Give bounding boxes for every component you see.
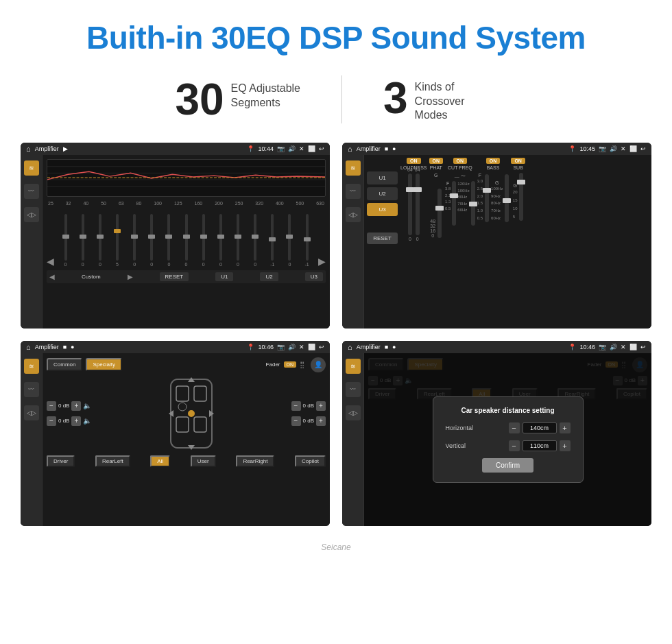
- dialog-horizontal-row: Horizontal − 140cm +: [446, 422, 571, 433]
- dialog-camera[interactable]: 📷: [599, 344, 606, 350]
- db-fl-plus[interactable]: +: [71, 401, 81, 411]
- page-title: Buith-in 30EQ DSP Sound System: [14, 19, 658, 56]
- crossover-volume-icon[interactable]: 🔊: [610, 145, 617, 152]
- fader-on[interactable]: ON: [284, 361, 297, 368]
- eq-prev-btn[interactable]: ◀: [49, 273, 55, 281]
- confirm-button[interactable]: Confirm: [482, 458, 533, 473]
- db-rl-minus[interactable]: −: [47, 416, 56, 426]
- eq-slider-2: 0: [74, 214, 91, 267]
- specialty-sidebar-vol[interactable]: ◁▷: [24, 405, 39, 420]
- eq-sidebar-vol[interactable]: ◁▷: [24, 207, 39, 222]
- eq-volume-icon[interactable]: 🔊: [288, 145, 296, 152]
- eq-right-arrow[interactable]: ▶: [318, 256, 326, 267]
- dialog-home-icon[interactable]: ⌂: [348, 343, 352, 351]
- crossover-rec-icon: ■: [385, 145, 388, 152]
- db-fl-minus[interactable]: −: [47, 401, 56, 411]
- tab-common[interactable]: Common: [47, 358, 82, 371]
- eq-reset-btn[interactable]: RESET: [160, 272, 189, 281]
- crossover-back-icon[interactable]: ↩: [640, 145, 646, 152]
- db-rl-value: 0 dB: [58, 418, 69, 424]
- crossover-sidebar-eq[interactable]: ≋: [346, 160, 361, 176]
- profile-icon[interactable]: 👤: [311, 357, 326, 372]
- preset-u3[interactable]: U3: [367, 203, 398, 216]
- specialty-camera[interactable]: 📷: [277, 344, 285, 350]
- eq-camera-icon[interactable]: 📷: [277, 145, 285, 152]
- eq-u2-btn[interactable]: U2: [260, 272, 278, 281]
- eq-x-icon[interactable]: ✕: [299, 145, 304, 152]
- sub-on[interactable]: ON: [511, 158, 525, 164]
- db-control-rr: − 0 dB +: [291, 416, 326, 426]
- home-icon[interactable]: ⌂: [26, 145, 31, 153]
- phat-on[interactable]: ON: [429, 158, 444, 164]
- specialty-window[interactable]: ⬜: [308, 344, 315, 350]
- crossover-sidebar-vol[interactable]: ◁▷: [346, 207, 361, 222]
- dialog-main: Common Specialty Fader ON ⣿ 👤 − 0 dB +: [364, 353, 651, 527]
- crossover-reset[interactable]: RESET: [367, 232, 398, 244]
- crossover-window-icon[interactable]: ⬜: [629, 145, 637, 152]
- vertical-minus[interactable]: −: [509, 440, 520, 451]
- specialty-sidebar-wave[interactable]: 〰: [24, 382, 39, 397]
- eq-slider-12: 0: [247, 214, 264, 267]
- eq-play-icon[interactable]: ▶: [63, 145, 68, 152]
- dialog-screen: ⌂ Amplifier ■ ● 📍 10:46 📷 🔊 ✕ ⬜ ↩ ≋ 〰 ◁▷: [342, 341, 651, 527]
- dialog-sidebar: ≋ 〰 ◁▷: [342, 353, 364, 527]
- cutfreq-on[interactable]: ON: [453, 158, 468, 164]
- tab-specialty[interactable]: Specialty: [86, 358, 121, 371]
- crossover-sidebar-wave[interactable]: 〰: [346, 184, 361, 199]
- db-rr-plus[interactable]: +: [316, 416, 326, 426]
- dialog-status-left: ⌂ Amplifier ■ ●: [348, 343, 396, 351]
- eq-sidebar-wave[interactable]: 〰: [24, 184, 39, 199]
- dialog-sidebar-vol[interactable]: ◁▷: [346, 405, 361, 420]
- fader-slider-icon[interactable]: ⣿: [300, 361, 304, 368]
- dialog-sidebar-eq[interactable]: ≋: [346, 359, 361, 374]
- dialog-sidebar-wave[interactable]: 〰: [346, 382, 361, 397]
- specialty-x[interactable]: ✕: [299, 344, 304, 350]
- eq-u1-btn[interactable]: U1: [215, 272, 233, 281]
- zone-user[interactable]: User: [191, 455, 216, 467]
- zone-copilot[interactable]: Copilot: [295, 455, 326, 467]
- specialty-dot: ●: [71, 344, 74, 350]
- dialog-vol[interactable]: 🔊: [610, 344, 617, 350]
- car-diagram: [164, 376, 219, 451]
- db-rl-plus[interactable]: +: [71, 416, 81, 426]
- db-rr-minus[interactable]: −: [291, 416, 301, 426]
- eq-slider-10: 0: [212, 214, 229, 267]
- loudness-on[interactable]: ON: [407, 158, 421, 164]
- db-control-fl: − 0 dB + 🔈: [47, 401, 91, 411]
- eq-slider-13: -1: [264, 214, 281, 267]
- bass-on[interactable]: ON: [486, 158, 501, 164]
- db-fr-minus[interactable]: −: [291, 401, 301, 411]
- specialty-sidebar-eq[interactable]: ≋: [24, 359, 39, 374]
- vertical-plus[interactable]: +: [560, 440, 571, 451]
- eq-window-icon[interactable]: ⬜: [308, 145, 315, 152]
- eq-back-icon[interactable]: ↩: [319, 145, 324, 152]
- specialty-home-icon[interactable]: ⌂: [26, 343, 31, 351]
- crossover-home-icon[interactable]: ⌂: [348, 145, 352, 153]
- eq-sidebar-eq[interactable]: ≋: [24, 160, 39, 176]
- eq-slider-11: 0: [229, 214, 246, 267]
- crossover-x-icon[interactable]: ✕: [621, 145, 626, 152]
- crossover-camera-icon[interactable]: 📷: [599, 145, 606, 152]
- zone-driver[interactable]: Driver: [47, 455, 75, 467]
- zone-all[interactable]: All: [150, 455, 170, 467]
- dialog-window[interactable]: ⬜: [629, 344, 637, 350]
- stats-row: 30 EQ AdjustableSegments 3 Kinds ofCross…: [0, 69, 672, 143]
- preset-u2[interactable]: U2: [367, 187, 398, 200]
- specialty-vol[interactable]: 🔊: [288, 344, 296, 350]
- eq-u3-btn[interactable]: U3: [305, 272, 323, 281]
- loudness-sliders: 64 0 64 0: [407, 173, 420, 241]
- crossover-dot: ●: [392, 145, 396, 152]
- eq-slider-5: 0: [126, 214, 143, 267]
- db-fr-plus[interactable]: +: [316, 401, 326, 411]
- horizontal-plus[interactable]: +: [560, 422, 571, 433]
- zone-rearleft[interactable]: RearLeft: [95, 455, 130, 467]
- specialty-back[interactable]: ↩: [319, 344, 324, 350]
- preset-u1[interactable]: U1: [367, 171, 398, 184]
- dialog-x[interactable]: ✕: [621, 344, 626, 350]
- horizontal-minus[interactable]: −: [509, 422, 520, 433]
- dialog-back[interactable]: ↩: [640, 344, 646, 350]
- zone-rearright[interactable]: RearRight: [236, 455, 274, 467]
- eq-left-arrow[interactable]: ◀: [47, 256, 54, 267]
- db-control-fr: − 0 dB +: [291, 401, 326, 411]
- eq-next-btn[interactable]: ▶: [128, 273, 133, 281]
